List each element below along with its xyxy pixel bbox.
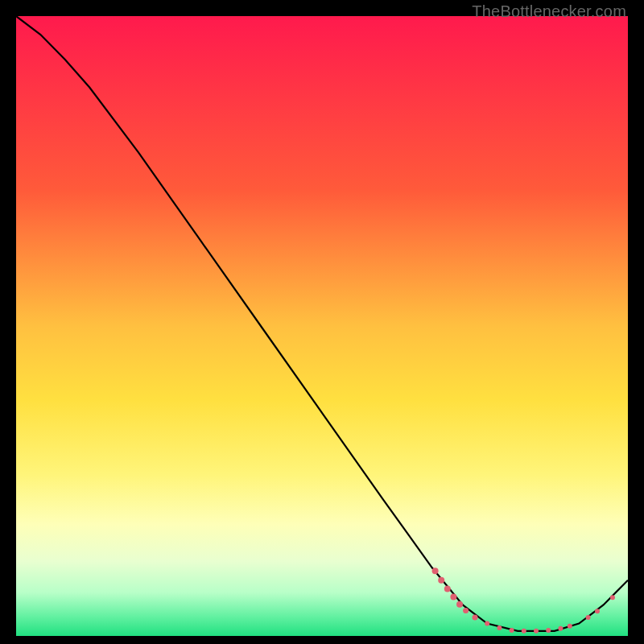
data-marker <box>534 629 539 634</box>
chart-curve <box>16 16 628 631</box>
data-marker <box>463 608 469 613</box>
data-marker <box>558 626 563 631</box>
data-marker <box>586 615 591 620</box>
chart-container: TheBottlenecker.com <box>0 0 644 644</box>
data-marker <box>522 629 526 634</box>
data-marker <box>568 624 572 629</box>
data-marker <box>456 601 463 608</box>
data-marker <box>444 585 451 592</box>
curve-overlay <box>16 16 628 636</box>
data-marker <box>610 595 615 600</box>
data-marker <box>450 593 456 600</box>
data-marker <box>510 628 514 633</box>
data-marker <box>432 568 439 574</box>
data-marker <box>473 614 478 620</box>
data-marker <box>546 628 551 633</box>
data-marker <box>497 625 502 630</box>
data-marker <box>595 609 600 613</box>
plot-area <box>16 16 628 636</box>
data-marker <box>485 621 489 626</box>
watermark-text: TheBottlenecker.com <box>472 2 626 21</box>
data-marker <box>438 577 444 584</box>
